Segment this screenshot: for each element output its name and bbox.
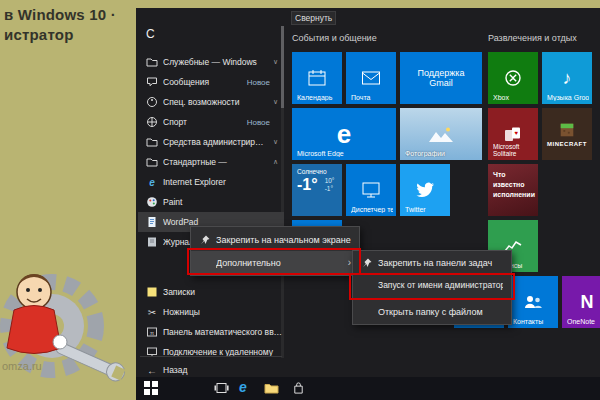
tile-xbox[interactable]: Xbox xyxy=(488,52,538,104)
submenu-item-pin-to-taskbar[interactable]: Закрепить на панели задач xyxy=(353,252,511,274)
back-arrow-icon: ← xyxy=(146,364,158,376)
tile-label: Xbox xyxy=(493,94,535,101)
tile-label: Контакты xyxy=(513,318,555,325)
tile-contacts[interactable]: Контакты xyxy=(508,276,558,328)
app-item-label: Сообщения xyxy=(163,77,242,87)
chevron-down-icon: ∨ xyxy=(273,138,278,146)
new-badge: Новое xyxy=(247,118,270,127)
accessibility-icon xyxy=(146,96,158,108)
app-item-sport[interactable]: Спорт Новое xyxy=(138,112,284,132)
tile-label: Microsoft Edge xyxy=(297,150,393,157)
submenu-arrow-icon: › xyxy=(348,257,351,268)
internet-explorer-icon: e xyxy=(146,176,158,188)
tile-news[interactable]: Что известно исполнении xyxy=(488,164,538,216)
taskbar: e xyxy=(136,377,600,400)
app-item-system-windows[interactable]: Служебные — Windows ∨ xyxy=(138,52,284,72)
app-item-label: Internet Explorer xyxy=(163,177,284,187)
tile-microsoft-edge[interactable]: e Microsoft Edge xyxy=(292,108,396,160)
app-item-snipping[interactable]: ✂ Ножницы xyxy=(138,302,284,322)
app-list-scrollbar-thumb[interactable] xyxy=(281,26,284,108)
weather-condition: Солнечно xyxy=(292,164,342,175)
store-taskbar-icon[interactable] xyxy=(292,381,305,395)
app-item-internet-explorer[interactable]: e Internet Explorer xyxy=(138,172,284,192)
menu-item-label: Дополнительно xyxy=(216,258,342,268)
more-submenu: Закрепить на панели задач Запуск от имен… xyxy=(352,250,512,325)
message-icon xyxy=(146,76,158,88)
new-badge: Новое xyxy=(247,78,270,87)
sport-icon xyxy=(146,116,158,128)
back-label: Назад xyxy=(163,365,284,375)
submenu-item-open-file-location[interactable]: Открыть папку с файлом xyxy=(353,301,511,323)
app-item-label: Стандартные — xyxy=(163,157,268,167)
app-item-accessibility[interactable]: Спец. возможности ∨ xyxy=(138,92,284,112)
tile-gmail-support[interactable]: Поддержка Gmail xyxy=(400,52,482,104)
submenu-item-run-as-admin[interactable]: Запуск от имени администратора xyxy=(353,274,511,296)
tile-group-title-communication: События и общение xyxy=(292,33,377,43)
tile-label: Музыка Groove xyxy=(547,94,589,101)
tile-onenote[interactable]: N OneNote xyxy=(562,276,600,328)
tile-minecraft[interactable]: MINECRAFT xyxy=(542,108,592,160)
app-item-label: Спец. возможности xyxy=(163,97,268,107)
app-item-math-input[interactable]: π Панель математического ввода xyxy=(138,322,284,342)
tutorial-title-fragment-2: истратор xyxy=(4,26,74,43)
app-item-messages[interactable]: Сообщения Новое xyxy=(138,72,284,92)
app-list-group-letter[interactable]: С xyxy=(146,27,155,41)
list-divider xyxy=(140,356,282,357)
tile-label: Поддержка Gmail xyxy=(400,52,482,104)
app-item-remote-desktop[interactable]: Подключение к удаленному xyxy=(138,342,284,362)
weather-low: -1° xyxy=(325,185,335,193)
app-item-accessories[interactable]: Стандартные — ∧ xyxy=(138,152,284,172)
tile-label: OneNote xyxy=(567,318,600,325)
app-item-label: Панель математического ввода xyxy=(163,327,284,337)
pin-icon xyxy=(361,258,372,268)
chevron-down-icon: ∨ xyxy=(273,58,278,66)
app-item-label: Спорт xyxy=(163,117,242,127)
wordpad-context-menu: Закрепить на начальном экране Дополнител… xyxy=(190,226,360,276)
tile-solitaire[interactable]: ♥ Microsoft Solitaire Collection xyxy=(488,108,538,160)
menu-item-label: Закрепить на панели задач xyxy=(378,258,503,268)
site-watermark: omza.ru xyxy=(2,360,42,372)
task-view-icon[interactable] xyxy=(214,382,229,394)
paint-palette-icon xyxy=(146,196,158,208)
tile-label: MINECRAFT xyxy=(547,141,587,147)
app-item-label: Средства администрирован xyxy=(163,137,268,147)
tile-label: Почта xyxy=(351,94,393,101)
screenshot-root: в Windows 10 · истратор omza.ru Свернуть… xyxy=(0,0,600,400)
app-item-label: Записки xyxy=(163,287,284,297)
scissors-icon: ✂ xyxy=(146,306,158,318)
folder-icon xyxy=(146,136,158,148)
menu-item-label: Закрепить на начальном экране xyxy=(216,235,351,245)
tile-task-manager[interactable]: Диспетчер те... xyxy=(346,164,396,216)
menu-item-more[interactable]: Дополнительно › xyxy=(191,251,359,274)
sticky-note-icon xyxy=(146,286,158,298)
pin-icon xyxy=(199,235,210,245)
app-item-admin-tools[interactable]: Средства администрирован ∨ xyxy=(138,132,284,152)
menu-item-label: Открыть папку с файлом xyxy=(378,307,503,317)
tile-photos[interactable]: Фотографии xyxy=(400,108,482,160)
menu-item-pin-to-start[interactable]: Закрепить на начальном экране xyxy=(191,228,359,251)
app-item-label: Ножницы xyxy=(163,307,284,317)
folder-icon xyxy=(146,156,158,168)
tile-twitter[interactable]: Twitter xyxy=(400,164,450,216)
edge-taskbar-icon[interactable]: e xyxy=(239,379,247,395)
tile-calendar[interactable]: Календарь xyxy=(292,52,342,104)
tile-label: Диспетчер те... xyxy=(351,206,393,213)
journal-icon xyxy=(146,236,158,248)
tile-label: Twitter xyxy=(405,206,447,213)
app-item-paint[interactable]: Paint xyxy=(138,192,284,212)
file-explorer-icon[interactable] xyxy=(264,382,279,394)
start-button[interactable] xyxy=(144,381,158,395)
tile-label: Фотографии xyxy=(405,150,479,157)
tile-mail[interactable]: Почта xyxy=(346,52,396,104)
tile-group-title-entertainment: Развлечения и отдых xyxy=(488,33,577,43)
app-item-label: Служебные — Windows xyxy=(163,57,268,67)
app-item-label: Paint xyxy=(163,197,284,207)
wordpad-document-icon xyxy=(146,216,158,228)
news-headline-line1: Что известно xyxy=(493,170,538,190)
tile-groove-music[interactable]: ♪ Музыка Groove xyxy=(542,52,592,104)
weather-high: 10° xyxy=(325,177,335,185)
chevron-down-icon: ∨ xyxy=(273,98,278,106)
tile-weather[interactable]: Солнечно -1° 10° -1° xyxy=(292,164,342,216)
math-input-icon: π xyxy=(146,326,158,338)
app-item-sticky-notes[interactable]: Записки xyxy=(138,282,284,302)
